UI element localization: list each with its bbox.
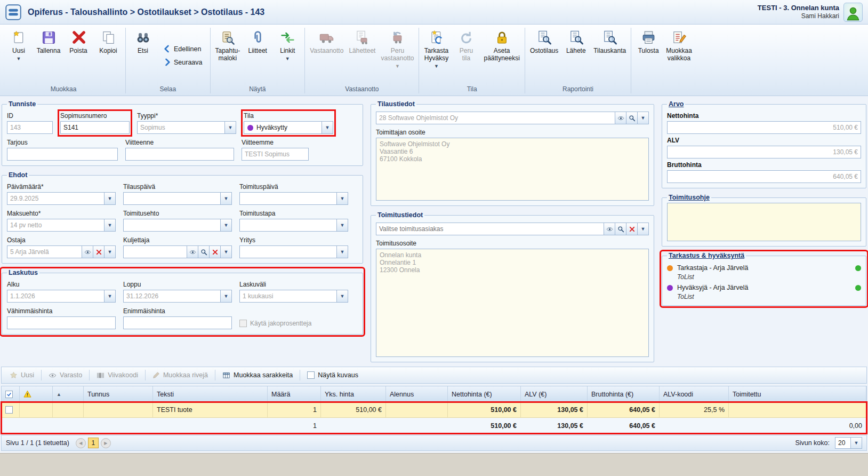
- tila-dropdown-arrow[interactable]: ▼: [322, 121, 333, 134]
- kuljettaja-view-button[interactable]: [187, 245, 198, 258]
- select-all-checkbox[interactable]: [5, 391, 13, 398]
- check-approve-button[interactable]: Tarkasta Hyväksy ▼: [421, 27, 451, 84]
- order-base-report-button[interactable]: Tilauskanta: [591, 27, 629, 84]
- toimitusosoite-textarea[interactable]: Onnelan kunta Onnelantie 1 12300 Onnela: [376, 249, 649, 357]
- nettohinta-input[interactable]: [667, 121, 861, 134]
- grid-warehouse-button[interactable]: Varasto: [44, 370, 87, 381]
- ostaja-clear-button[interactable]: [93, 245, 105, 258]
- delete-button[interactable]: Poista: [63, 27, 93, 84]
- edit-menu-button[interactable]: Muokkaa valikkoa: [663, 27, 695, 84]
- column-header-tunnus[interactable]: Tunnus: [84, 386, 153, 402]
- column-header-alv-koodi[interactable]: ALV-koodi: [660, 386, 729, 402]
- toimitusasiakas-view-button[interactable]: [604, 223, 615, 235]
- copy-button[interactable]: Kopioi: [93, 27, 123, 84]
- toimituspaiva-input[interactable]: [239, 192, 337, 205]
- event-log-button[interactable]: Tapahtu- maloki: [213, 27, 243, 84]
- laskuvali-dropdown-arrow[interactable]: ▼: [337, 290, 348, 303]
- next-button[interactable]: Seuraava: [160, 57, 206, 67]
- tarjous-input[interactable]: [7, 148, 118, 161]
- prev-page-button[interactable]: ◀: [76, 438, 86, 448]
- row-checkbox[interactable]: [5, 406, 13, 414]
- toimitusasiakas-input[interactable]: [376, 223, 604, 235]
- paivamaara-input[interactable]: [7, 192, 105, 205]
- toimittaja-search-button[interactable]: [626, 112, 638, 124]
- tyyppi-input[interactable]: [137, 121, 225, 134]
- toimittaja-input[interactable]: [376, 112, 615, 124]
- toimitusasiakas-clear-button[interactable]: [626, 223, 638, 235]
- ostaja-input[interactable]: [7, 245, 82, 258]
- column-header-nettohinta[interactable]: Nettohinta (€): [448, 386, 521, 402]
- links-button[interactable]: Linkit ▼: [272, 27, 302, 84]
- cancel-status-button[interactable]: Peru tila: [451, 27, 481, 84]
- current-page-button[interactable]: 1: [88, 438, 99, 448]
- toimittaja-view-button[interactable]: [615, 112, 626, 124]
- purchase-order-report-button[interactable]: Ostotilaus: [527, 27, 561, 84]
- column-header-alv[interactable]: ALV (€): [521, 386, 588, 402]
- search-button[interactable]: Etsi: [128, 27, 158, 84]
- vahimmaishinta-input[interactable]: [7, 316, 116, 329]
- viitteenne-input[interactable]: [125, 148, 234, 161]
- show-description-checkbox[interactable]: [307, 371, 315, 379]
- set-closed-button[interactable]: Aseta päättyneeksi: [481, 27, 522, 84]
- page-size-dropdown-arrow[interactable]: ▼: [851, 437, 862, 449]
- column-header-toimitettu[interactable]: Toimitettu: [729, 386, 866, 402]
- alku-input[interactable]: [7, 290, 105, 303]
- sort-asc-icon[interactable]: ▲: [57, 392, 61, 397]
- attachments-button[interactable]: Liitteet: [243, 27, 272, 84]
- toimitusehto-input[interactable]: [123, 219, 221, 232]
- ostaja-view-button[interactable]: [82, 245, 93, 258]
- enimmaishinta-input[interactable]: [123, 316, 232, 329]
- ostaja-dropdown-arrow[interactable]: ▼: [105, 245, 116, 258]
- grid-edit-rows-button[interactable]: Muokkaa rivejä: [148, 370, 213, 380]
- tila-value[interactable]: Hyväksytty: [244, 121, 322, 134]
- toimitusehto-dropdown-arrow[interactable]: ▼: [221, 219, 232, 232]
- column-header-alennus[interactable]: Alennus: [386, 386, 448, 402]
- alv-input[interactable]: [667, 146, 861, 158]
- print-button[interactable]: Tulosta: [633, 27, 663, 84]
- delivery-note-report-button[interactable]: Lähete: [561, 27, 591, 84]
- maksuehto-dropdown-arrow[interactable]: ▼: [105, 219, 116, 232]
- grid-barcode-button[interactable]: Viivakoodi: [92, 370, 143, 381]
- toimittajan-osoite-textarea[interactable]: Softwave Ohjelmistot Oy Vaasantie 6 6710…: [376, 138, 649, 201]
- loppu-input[interactable]: [123, 290, 221, 303]
- toimittaja-dropdown-arrow[interactable]: ▼: [638, 112, 649, 124]
- loppu-dropdown-arrow[interactable]: ▼: [221, 290, 232, 303]
- yritys-dropdown-arrow[interactable]: ▼: [337, 245, 348, 258]
- toimitustapa-dropdown-arrow[interactable]: ▼: [337, 219, 348, 232]
- viitteemme-input[interactable]: [242, 148, 309, 161]
- table-row[interactable]: TESTI tuote 1 510,00 € 510,00 € 130,05 €…: [2, 402, 866, 418]
- yritys-input[interactable]: [239, 245, 337, 258]
- user-avatar[interactable]: [843, 3, 863, 22]
- show-description-toggle[interactable]: Näytä kuvaus: [302, 370, 363, 380]
- toimitusasiakas-search-button[interactable]: [615, 223, 626, 235]
- sopimusnumero-input[interactable]: [60, 121, 130, 134]
- column-header-maara[interactable]: Määrä: [268, 386, 321, 402]
- grid-new-row-button[interactable]: Uusi: [5, 370, 39, 381]
- paivamaara-dropdown-arrow[interactable]: ▼: [105, 192, 116, 205]
- jakoprosentit-checkbox[interactable]: [239, 320, 247, 327]
- laskuvali-input[interactable]: [239, 290, 337, 303]
- kuljettaja-search-button[interactable]: [198, 245, 210, 258]
- toimitusasiakas-dropdown-arrow[interactable]: ▼: [638, 223, 649, 235]
- tilauspaiva-input[interactable]: [123, 192, 221, 205]
- kuljettaja-clear-button[interactable]: [210, 245, 221, 258]
- id-input[interactable]: [7, 121, 53, 134]
- new-button[interactable]: Uusi ▼: [4, 27, 34, 84]
- toimitustapa-input[interactable]: [239, 219, 337, 232]
- cancel-receive-button[interactable]: Peru vastaanotto ▼: [378, 27, 416, 84]
- tyyppi-dropdown-arrow[interactable]: ▼: [225, 121, 236, 134]
- column-header-bruttohinta[interactable]: Bruttohinta (€): [588, 386, 660, 402]
- toimituspaiva-dropdown-arrow[interactable]: ▼: [337, 192, 348, 205]
- alku-dropdown-arrow[interactable]: ▼: [105, 290, 116, 303]
- grid-edit-columns-button[interactable]: Muokkaa sarakkeita: [218, 370, 298, 381]
- column-header-yks-hinta[interactable]: Yks. hinta: [321, 386, 386, 402]
- bruttohinta-input[interactable]: [667, 170, 861, 183]
- receive-button[interactable]: Vastaanotto: [307, 27, 346, 84]
- kuljettaja-dropdown-arrow[interactable]: ▼: [221, 245, 232, 258]
- column-header-teksti[interactable]: Teksti: [153, 386, 268, 402]
- previous-button[interactable]: Edellinen: [160, 44, 206, 54]
- tilauspaiva-dropdown-arrow[interactable]: ▼: [221, 192, 232, 205]
- save-button[interactable]: Tallenna: [34, 27, 63, 84]
- toimitusohje-textarea[interactable]: [667, 203, 861, 241]
- page-size-input[interactable]: [835, 437, 851, 449]
